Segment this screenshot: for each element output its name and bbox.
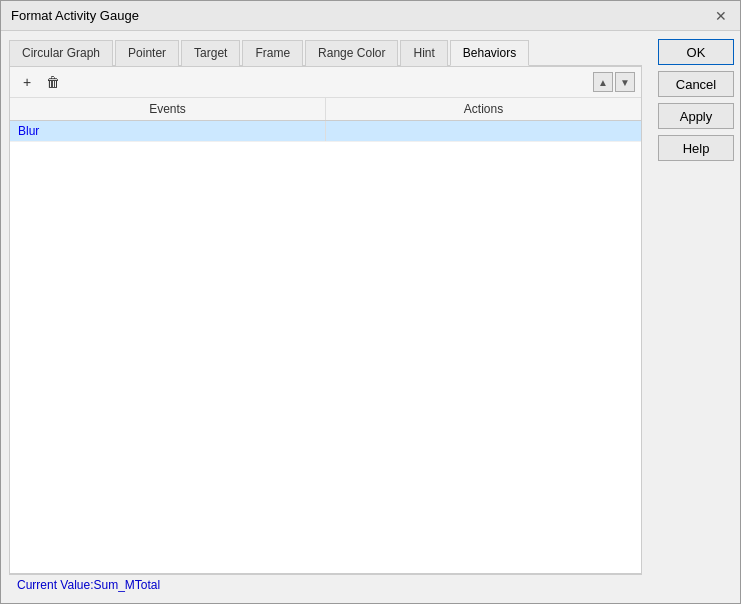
tab-behaviors[interactable]: Behaviors (450, 40, 529, 66)
help-button[interactable]: Help (658, 135, 734, 161)
current-value-label: Current Value:Sum_MTotal (17, 578, 160, 592)
actions-column-header: Actions (326, 98, 642, 121)
add-button[interactable]: + (16, 71, 38, 93)
title-bar: Format Activity Gauge ✕ (1, 1, 740, 31)
tab-pointer[interactable]: Pointer (115, 40, 179, 66)
delete-button[interactable]: 🗑 (42, 71, 64, 93)
tab-circular-graph[interactable]: Circular Graph (9, 40, 113, 66)
ok-button[interactable]: OK (658, 39, 734, 65)
side-buttons-panel: OK Cancel Apply Help (650, 31, 740, 603)
events-column-header: Events (10, 98, 326, 121)
dialog-title: Format Activity Gauge (11, 8, 139, 23)
table-row[interactable]: Blur (10, 121, 641, 142)
behaviors-table: Events Actions Blur (10, 98, 641, 142)
apply-button[interactable]: Apply (658, 103, 734, 129)
behaviors-toolbar: + 🗑 ▲ ▼ (10, 67, 641, 98)
action-cell (326, 121, 642, 142)
behaviors-table-area: Events Actions Blur (10, 98, 641, 573)
tab-range-color[interactable]: Range Color (305, 40, 398, 66)
move-down-button[interactable]: ▼ (615, 72, 635, 92)
tab-frame[interactable]: Frame (242, 40, 303, 66)
event-cell: Blur (10, 121, 326, 142)
window-body: Circular Graph Pointer Target Frame Rang… (1, 31, 740, 603)
close-button[interactable]: ✕ (712, 7, 730, 25)
format-activity-gauge-dialog: Format Activity Gauge ✕ Circular Graph P… (0, 0, 741, 604)
tab-hint[interactable]: Hint (400, 40, 447, 66)
main-panel: Circular Graph Pointer Target Frame Rang… (1, 31, 650, 603)
status-bar: Current Value:Sum_MTotal (9, 574, 642, 595)
behaviors-content: + 🗑 ▲ ▼ Events Actions (9, 66, 642, 574)
cancel-button[interactable]: Cancel (658, 71, 734, 97)
tab-target[interactable]: Target (181, 40, 240, 66)
nav-buttons: ▲ ▼ (593, 72, 635, 92)
move-up-button[interactable]: ▲ (593, 72, 613, 92)
tab-bar: Circular Graph Pointer Target Frame Rang… (9, 39, 642, 66)
